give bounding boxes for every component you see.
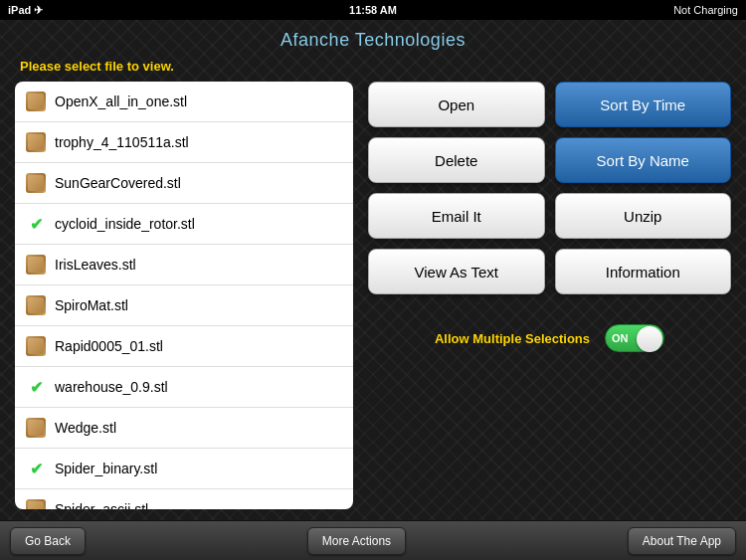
sort-by-name-button[interactable]: Sort By Name: [555, 137, 732, 183]
file-name: Spider_binary.stl: [55, 461, 157, 476]
file-list-item[interactable]: IrisLeaves.stl: [15, 245, 353, 285]
allow-multiple-row: Allow Multiple Selections ON: [368, 324, 731, 352]
check-icon: ✔: [25, 213, 47, 235]
allow-multiple-label: Allow Multiple Selections: [435, 331, 590, 346]
check-icon: ✔: [25, 376, 47, 398]
file-list-item[interactable]: Wedge.stl: [15, 408, 353, 449]
app-title: Afanche Technologies: [15, 30, 731, 51]
status-bar: iPad ✈ 11:58 AM Not Charging: [0, 0, 746, 20]
file-list-item[interactable]: SunGearCovered.stl: [15, 163, 353, 204]
file-list-item[interactable]: ✔cycloid_inside_rotor.stl: [15, 204, 353, 245]
file-name: Wedge.stl: [55, 420, 116, 436]
box-icon: [25, 294, 47, 316]
layout-row: OpenX_all_in_one.stltrophy_4_110511a.stl…: [15, 82, 731, 509]
view-as-text-button[interactable]: View As Text: [368, 249, 545, 294]
sort-by-time-button[interactable]: Sort By Time: [555, 82, 732, 127]
open-button[interactable]: Open: [368, 82, 545, 127]
file-list-item[interactable]: Rapid0005_01.stl: [15, 326, 353, 367]
file-name: Rapid0005_01.stl: [55, 338, 163, 354]
box-icon: [25, 335, 47, 357]
status-left: iPad ✈: [8, 4, 43, 17]
buttons-grid: Open Sort By Time Delete Sort By Name Em…: [368, 82, 731, 294]
information-button[interactable]: Information: [555, 249, 732, 294]
file-name: cycloid_inside_rotor.stl: [55, 216, 195, 232]
toggle-label: ON: [612, 332, 629, 344]
status-right: Not Charging: [673, 4, 738, 16]
file-list-item[interactable]: ✔warehouse_0.9.stl: [15, 367, 353, 408]
toggle-knob: [637, 326, 662, 352]
go-back-button[interactable]: Go Back: [10, 527, 86, 555]
unzip-button[interactable]: Unzip: [555, 193, 732, 239]
box-icon: [25, 254, 47, 276]
file-name: SunGearCovered.stl: [55, 175, 181, 191]
box-icon: [25, 172, 47, 194]
file-name: OpenX_all_in_one.stl: [55, 93, 187, 109]
right-panel: Open Sort By Time Delete Sort By Name Em…: [368, 82, 731, 509]
box-icon: [25, 131, 47, 153]
delete-button[interactable]: Delete: [368, 137, 545, 183]
subtitle: Please select file to view.: [20, 59, 731, 74]
box-icon: [25, 417, 47, 439]
file-name: trophy_4_110511a.stl: [55, 134, 189, 150]
box-icon: [25, 91, 47, 112]
file-name: SpiroMat.stl: [55, 297, 128, 313]
status-time: 11:58 AM: [349, 4, 397, 16]
file-list-item[interactable]: ✔Spider_binary.stl: [15, 449, 353, 489]
file-list-item[interactable]: Spider_ascii.stl: [15, 489, 353, 509]
file-name: IrisLeaves.stl: [55, 257, 136, 273]
about-the-app-button[interactable]: About The App: [628, 527, 736, 555]
file-list-item[interactable]: SpiroMat.stl: [15, 285, 353, 326]
check-icon: ✔: [25, 458, 47, 479]
file-list-item[interactable]: OpenX_all_in_one.stl: [15, 82, 353, 122]
allow-multiple-toggle[interactable]: ON: [605, 324, 664, 352]
file-list-item[interactable]: trophy_4_110511a.stl: [15, 122, 353, 163]
email-it-button[interactable]: Email It: [368, 193, 545, 239]
file-name: warehouse_0.9.stl: [55, 379, 168, 395]
more-actions-button[interactable]: More Actions: [307, 527, 406, 555]
file-name: Spider_ascii.stl: [55, 501, 148, 509]
box-icon: [25, 498, 47, 509]
file-list[interactable]: OpenX_all_in_one.stltrophy_4_110511a.stl…: [15, 82, 353, 509]
main-content: Afanche Technologies Please select file …: [0, 20, 746, 520]
bottom-toolbar: Go Back More Actions About The App: [0, 520, 746, 560]
